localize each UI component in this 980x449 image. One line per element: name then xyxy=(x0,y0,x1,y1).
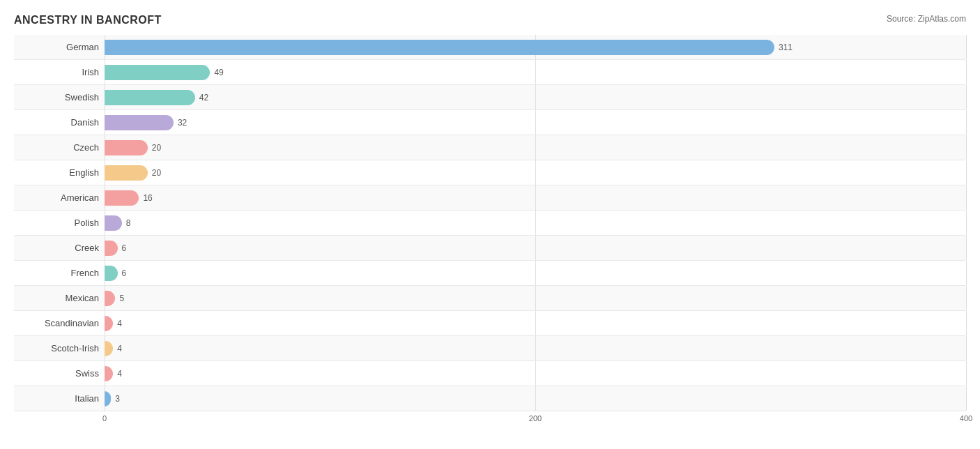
bar-label: English xyxy=(14,167,105,178)
bar-row: Scandinavian4 xyxy=(14,311,966,336)
bar-label: Irish xyxy=(14,67,105,77)
bar-fill: 5 xyxy=(105,291,115,306)
bar-row: French6 xyxy=(14,261,966,286)
bar-value-label: 4 xyxy=(117,319,122,328)
bar-row: Mexican5 xyxy=(14,286,966,311)
bar-area: 3 xyxy=(105,386,966,411)
bar-value-label: 311 xyxy=(779,43,793,52)
chart-container: ANCESTRY IN BANCROFT Source: ZipAtlas.co… xyxy=(0,0,980,449)
bar-area: 20 xyxy=(105,160,966,185)
bar-fill: 20 xyxy=(105,165,148,181)
bar-area: 4 xyxy=(105,361,966,386)
axis-label: 200 xyxy=(529,414,542,423)
bar-area: 16 xyxy=(105,185,966,210)
bar-label: Polish xyxy=(14,218,105,228)
bar-value-label: 42 xyxy=(199,93,208,102)
axis-area: 0200400 xyxy=(105,414,966,428)
bar-fill: 8 xyxy=(105,215,122,231)
bar-row: German311 xyxy=(14,35,966,60)
bar-fill: 4 xyxy=(105,366,113,381)
bar-area: 49 xyxy=(105,60,966,84)
bar-area: 6 xyxy=(105,236,966,260)
bar-fill: 49 xyxy=(105,65,210,80)
bar-area: 5 xyxy=(105,286,966,310)
source-text: Source: ZipAtlas.com xyxy=(887,14,966,24)
bar-area: 42 xyxy=(105,85,966,109)
bar-label: Scotch-Irish xyxy=(14,343,105,353)
bar-value-label: 8 xyxy=(126,218,131,228)
bar-area: 20 xyxy=(105,135,966,160)
bar-fill: 32 xyxy=(105,115,174,130)
bar-fill: 6 xyxy=(105,266,118,281)
bar-value-label: 20 xyxy=(152,168,161,178)
chart-title: ANCESTRY IN BANCROFT xyxy=(14,14,966,26)
axis-label: 400 xyxy=(960,414,972,423)
axis-label: 0 xyxy=(102,414,107,423)
bar-value-label: 16 xyxy=(143,193,152,203)
bar-label: Italian xyxy=(14,393,105,404)
bar-fill: 3 xyxy=(105,391,111,406)
bar-value-label: 3 xyxy=(115,394,120,404)
bar-value-label: 32 xyxy=(178,118,187,128)
bars-container: German311Irish49Swedish42Danish32Czech20… xyxy=(14,35,966,411)
bar-value-label: 6 xyxy=(122,243,127,253)
bar-label: Creek xyxy=(14,243,105,253)
bar-row: Creek6 xyxy=(14,236,966,261)
bar-value-label: 5 xyxy=(119,294,124,303)
bar-row: Irish49 xyxy=(14,60,966,85)
bar-row: Swedish42 xyxy=(14,85,966,110)
bar-label: American xyxy=(14,192,105,203)
bar-row: Scotch-Irish4 xyxy=(14,336,966,361)
bar-area: 6 xyxy=(105,261,966,285)
bar-fill: 42 xyxy=(105,90,195,105)
chart-inner: German311Irish49Swedish42Danish32Czech20… xyxy=(14,35,966,428)
bar-label: Scandinavian xyxy=(14,318,105,328)
bar-label: Czech xyxy=(14,142,105,153)
bar-row: Swiss4 xyxy=(14,361,966,386)
bar-label: German xyxy=(14,42,105,52)
bar-fill: 6 xyxy=(105,241,118,256)
bar-label: Danish xyxy=(14,117,105,128)
bar-area: 311 xyxy=(105,35,966,59)
bar-fill: 4 xyxy=(105,316,113,331)
bar-value-label: 20 xyxy=(152,143,161,153)
bar-label: French xyxy=(14,268,105,278)
bar-label: Mexican xyxy=(14,293,105,303)
bar-row: American16 xyxy=(14,185,966,211)
bar-row: English20 xyxy=(14,160,966,185)
bar-value-label: 6 xyxy=(122,268,127,278)
bar-fill: 311 xyxy=(105,40,774,55)
bar-row: Czech20 xyxy=(14,135,966,160)
bar-fill: 20 xyxy=(105,140,148,155)
bar-fill: 4 xyxy=(105,341,113,356)
bar-value-label: 4 xyxy=(117,369,122,379)
bar-value-label: 49 xyxy=(214,68,223,77)
bar-area: 4 xyxy=(105,336,966,360)
bar-area: 32 xyxy=(105,110,966,135)
bar-row: Italian3 xyxy=(14,386,966,411)
bar-area: 8 xyxy=(105,211,966,235)
bar-label: Swedish xyxy=(14,92,105,102)
bar-fill: 16 xyxy=(105,190,139,206)
bar-label: Swiss xyxy=(14,368,105,379)
bar-value-label: 4 xyxy=(117,344,122,353)
bar-area: 4 xyxy=(105,311,966,335)
bar-row: Danish32 xyxy=(14,110,966,135)
bar-row: Polish8 xyxy=(14,211,966,236)
